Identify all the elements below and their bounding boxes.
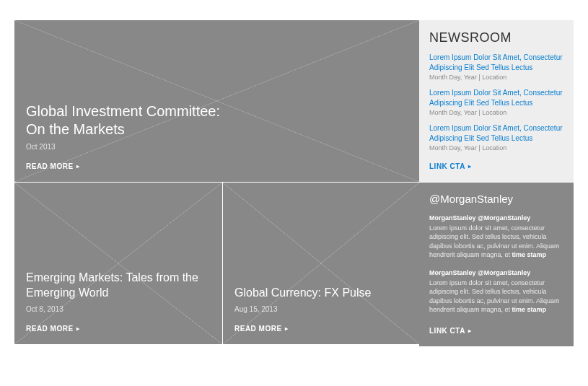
newsroom-cta-link[interactable]: LINK CTA ▸ — [429, 162, 471, 170]
news-link[interactable]: Lorem Ipsum Dolor Sit Amet, Consectetur … — [429, 123, 563, 143]
content-grid: Global Investment Committee: On the Mark… — [14, 20, 574, 344]
hero-title: Global Investment Committee: On the Mark… — [26, 102, 331, 139]
news-meta: Month Day, Year | Location — [429, 144, 563, 152]
arrow-icon: ▸ — [76, 163, 80, 170]
twitter-handle: @MorganStanley — [429, 193, 563, 205]
tweet-item: MorganStanley @MorganStanley Lorem ipsum… — [429, 268, 563, 315]
news-link[interactable]: Lorem Ipsum Dolor Sit Amet, Consectetur … — [429, 88, 563, 108]
card-title: Global Currency: FX Pulse — [234, 286, 399, 301]
card-title: Emerging Markets: Tales from the Emergin… — [26, 271, 201, 301]
card-date: Oct 8, 2013 — [26, 305, 211, 313]
newsroom-heading: NEWSROOM — [429, 30, 563, 45]
page: Global Investment Committee: On the Mark… — [0, 0, 588, 359]
arrow-icon: ▸ — [285, 325, 289, 332]
news-item: Lorem Ipsum Dolor Sit Amet, Consectetur … — [429, 88, 563, 116]
arrow-icon: ▸ — [468, 328, 472, 334]
news-meta: Month Day, Year | Location — [429, 109, 563, 116]
card-readmore-label: READ MORE — [234, 325, 282, 333]
hero-readmore-label: READ MORE — [26, 162, 74, 170]
arrow-icon: ▸ — [76, 325, 80, 332]
card-readmore-link[interactable]: READ MORE ▸ — [26, 325, 211, 333]
hero-card[interactable]: Global Investment Committee: On the Mark… — [14, 20, 419, 183]
article-card-global-currency[interactable]: Global Currency: FX Pulse Aug 15, 2013 R… — [223, 183, 419, 344]
hero-date: Oct 2013 — [26, 143, 408, 151]
card-readmore-label: READ MORE — [26, 325, 74, 333]
newsroom-panel: NEWSROOM Lorem Ipsum Dolor Sit Amet, Con… — [419, 20, 574, 183]
tweet-timestamp: time stamp — [512, 251, 547, 258]
arrow-icon: ▸ — [468, 163, 472, 170]
cta-label: LINK CTA — [429, 162, 465, 170]
twitter-panel: @MorganStanley MorganStanley @MorganStan… — [419, 183, 574, 346]
card-readmore-link[interactable]: READ MORE ▸ — [234, 325, 408, 333]
twitter-cta-link[interactable]: LINK CTA ▸ — [429, 327, 471, 335]
hero-readmore-link[interactable]: READ MORE ▸ — [26, 162, 408, 170]
news-meta: Month Day, Year | Location — [429, 74, 563, 81]
tweet-author: MorganStanley @MorganStanley — [429, 214, 563, 223]
tweet-timestamp: time stamp — [512, 306, 547, 313]
news-item: Lorem Ipsum Dolor Sit Amet, Consectetur … — [429, 123, 563, 152]
news-item: Lorem Ipsum Dolor Sit Amet, Consectetur … — [429, 53, 563, 81]
news-link[interactable]: Lorem Ipsum Dolor Sit Amet, Consectetur … — [429, 53, 563, 72]
article-card-emerging-markets[interactable]: Emerging Markets: Tales from the Emergin… — [14, 183, 223, 344]
tweet-author: MorganStanley @MorganStanley — [429, 268, 563, 278]
card-date: Aug 15, 2013 — [234, 305, 408, 313]
tweet-item: MorganStanley @MorganStanley Lorem ipsum… — [429, 214, 563, 260]
right-column: NEWSROOM Lorem Ipsum Dolor Sit Amet, Con… — [419, 20, 574, 344]
cta-label: LINK CTA — [429, 327, 465, 335]
